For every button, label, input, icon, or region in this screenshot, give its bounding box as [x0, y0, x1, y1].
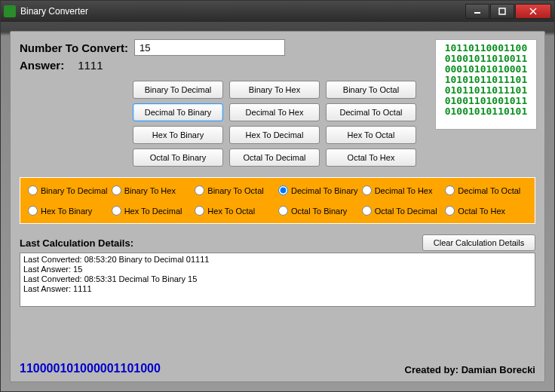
octal-to-hex-button[interactable]: Octal To Hex: [326, 149, 416, 167]
close-button[interactable]: [515, 4, 551, 19]
number-input[interactable]: [134, 39, 285, 56]
decimal-to-hex-button[interactable]: Decimal To Hex: [229, 103, 320, 121]
octal-to-decimal-button[interactable]: Octal To Decimal: [229, 149, 320, 167]
binary-to-hex-button[interactable]: Binary To Hex: [229, 81, 320, 99]
number-to-convert-label: Number To Convert:: [20, 41, 128, 54]
hex-to-octal-button[interactable]: Hex To Octal: [326, 126, 416, 144]
details-line: Last Converted: 08:53:20 Binary to Decim…: [23, 255, 532, 265]
radio-decimal-to-binary[interactable]: Decimal To Binary: [278, 185, 360, 195]
answer-label: Answer:: [20, 59, 64, 72]
radio-hex-to-binary[interactable]: Hex To Binary: [28, 206, 110, 216]
answer-value: 1111: [78, 59, 103, 72]
binary-to-octal-button[interactable]: Binary To Octal: [326, 81, 416, 99]
binary-art: 10110110001100 01001011010011 0001010101…: [435, 39, 537, 130]
titlebar[interactable]: Binary Converter: [1, 1, 554, 22]
decimal-to-octal-button[interactable]: Decimal To Octal: [326, 103, 416, 121]
details-line: Last Answer: 15: [23, 265, 532, 274]
maximize-button[interactable]: [490, 4, 514, 19]
radio-decimal-to-hex[interactable]: Decimal To Hex: [362, 185, 444, 195]
main-panel: Number To Convert: Answer: 1111 10110110…: [10, 31, 545, 382]
window-title: Binary Converter: [20, 6, 465, 17]
radio-octal-to-decimal[interactable]: Octal To Decimal: [362, 206, 444, 216]
details-line: Last Converted: 08:53:31 Decimal To Bina…: [23, 274, 532, 284]
minimize-button[interactable]: [465, 4, 489, 19]
radio-octal-to-binary[interactable]: Octal To Binary: [278, 206, 360, 216]
radio-binary-to-decimal[interactable]: Binary To Decimal: [28, 185, 110, 195]
hex-to-binary-button[interactable]: Hex To Binary: [133, 126, 223, 144]
clear-details-button[interactable]: Clear Calculation Details: [422, 234, 535, 251]
details-box[interactable]: Last Converted: 08:53:20 Binary to Decim…: [20, 253, 535, 307]
radio-binary-to-octal[interactable]: Binary To Octal: [195, 185, 277, 195]
hex-to-decimal-button[interactable]: Hex To Decimal: [229, 126, 320, 144]
radio-octal-to-hex[interactable]: Octal To Hex: [445, 206, 527, 216]
radio-decimal-to-octal[interactable]: Decimal To Octal: [445, 185, 527, 195]
svg-rect-1: [499, 8, 505, 14]
client-area: Number To Convert: Answer: 1111 10110110…: [1, 22, 554, 391]
details-label: Last Calculation Details:: [20, 237, 133, 249]
decimal-to-binary-button[interactable]: Decimal To Binary: [133, 103, 223, 121]
binary-to-decimal-button[interactable]: Binary To Decimal: [133, 81, 223, 99]
octal-to-binary-button[interactable]: Octal To Binary: [133, 149, 223, 167]
radio-hex-to-decimal[interactable]: Hex To Decimal: [112, 206, 194, 216]
app-icon: [4, 5, 16, 17]
radio-hex-to-octal[interactable]: Hex To Octal: [195, 206, 277, 216]
app-window: Binary Converter Number To Convert: Answ…: [0, 0, 555, 392]
conversion-radio-group: Binary To Decimal Binary To Hex Binary T…: [20, 177, 535, 224]
credit-text: Created by: Damian Borecki: [405, 364, 535, 375]
bottom-binary-text: 110000101000001101000: [20, 362, 161, 375]
details-line: Last Answer: 1111: [23, 284, 532, 294]
radio-binary-to-hex[interactable]: Binary To Hex: [112, 185, 194, 195]
